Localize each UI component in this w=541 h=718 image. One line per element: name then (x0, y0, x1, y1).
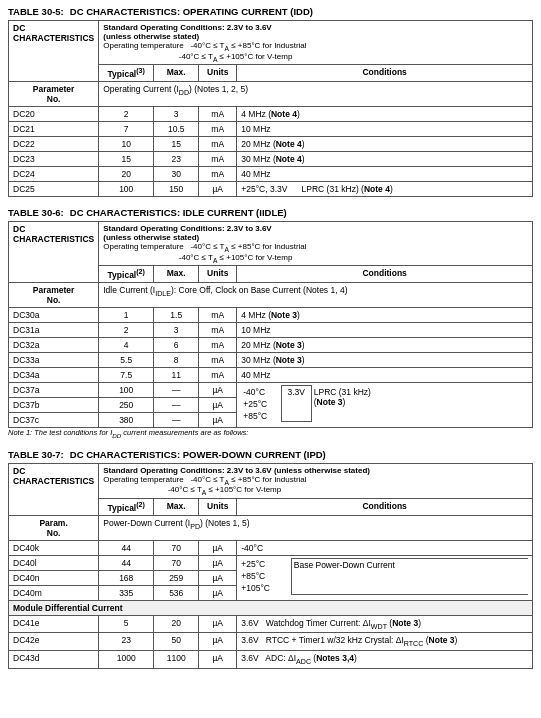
conditions-line1-7: Operating temperature -40°C ≤ TA ≤ +85°C… (103, 475, 528, 486)
col-param-5: ParameterNo. (9, 82, 99, 107)
section-row-7b: Module Differential Current (9, 600, 533, 615)
col-max-6: Max. (154, 266, 199, 283)
dc-char-header-5: DC CHARACTERISTICS (9, 21, 99, 82)
cond-dc20: 4 MHz (Note 4) (237, 107, 533, 122)
table-row: DC40k 44 70 µA -40°C (9, 540, 533, 555)
cond-dc34a: 40 MHz (237, 368, 533, 383)
table-30-7-num: TABLE 30-7: (8, 449, 64, 460)
table-row: DC20 2 3 mA 4 MHz (Note 4) (9, 107, 533, 122)
typical-dc42e: 23 (99, 633, 154, 651)
table-row: DC37a 100 — µA -40°C 3.3V LPRC (31 kHz)(… (9, 383, 533, 398)
section-row-7a: Power-Down Current (IPD) (Notes 1, 5) (99, 515, 533, 540)
typical-dc21: 7 (99, 122, 154, 137)
max-dc22: 15 (154, 137, 199, 152)
inner-table-dc37: -40°C 3.3V LPRC (31 kHz)(Note 3) +25°C +… (241, 385, 528, 422)
typical-dc34a: 7.5 (99, 368, 154, 383)
cond-dc31a: 10 MHz (237, 323, 533, 338)
param-dc34a: DC34a (9, 368, 99, 383)
conditions-bold-7: Standard Operating Conditions: 2.3V to 3… (103, 466, 528, 475)
max-dc25: 150 (154, 182, 199, 197)
typical-dc24: 20 (99, 167, 154, 182)
units-dc33a: mA (199, 353, 237, 368)
typical-dc30a: 1 (99, 308, 154, 323)
table-row: DC31a 2 3 mA 10 MHz (9, 323, 533, 338)
units-dc43d: µA (199, 650, 237, 668)
max-dc24: 30 (154, 167, 199, 182)
table-row: DC30a 1 1.5 mA 4 MHz (Note 3) (9, 308, 533, 323)
units-dc32a: mA (199, 338, 237, 353)
table-row: DC23 15 23 mA 30 MHz (Note 4) (9, 152, 533, 167)
param-dc40n: DC40n (9, 570, 99, 585)
conditions-header-7: Standard Operating Conditions: 2.3V to 3… (99, 463, 533, 498)
col-conditions-5: Conditions (237, 65, 533, 82)
table-row: DC40l 44 70 µA +25°C Base Power-Down Cur… (9, 555, 533, 570)
conditions-line2-6: -40°C ≤ TA ≤ +105°C for V-temp (103, 253, 528, 264)
typical-dc22: 10 (99, 137, 154, 152)
cond-dc33a: 30 MHz (Note 3) (237, 353, 533, 368)
param-dc21: DC21 (9, 122, 99, 137)
conditions-line2-7: -40°C ≤ TA ≤ +105°C for V-temp (103, 485, 528, 496)
max-dc37c: — (154, 413, 199, 428)
max-dc37b: — (154, 398, 199, 413)
param-dc40l: DC40l (9, 555, 99, 570)
param-dc32a: DC32a (9, 338, 99, 353)
max-dc33a: 8 (154, 353, 199, 368)
table-30-6-section: TABLE 30-6: DC CHARACTERISTICS: IDLE CUR… (8, 207, 533, 439)
table-row: DC43d 1000 1100 µA 3.6V ADC: ΔIADC (Note… (9, 650, 533, 668)
inner-dc40m-temp: +105°C (241, 582, 291, 594)
param-dc37b: DC37b (9, 398, 99, 413)
col-typical-6: Typical(2) (99, 266, 154, 283)
table-30-6-num: TABLE 30-6: (8, 207, 64, 218)
typical-dc40n: 168 (99, 570, 154, 585)
units-dc20: mA (199, 107, 237, 122)
inner-td-dc37-note: LPRC (31 kHz)(Note 3) (311, 386, 528, 422)
table-30-7: DC CHARACTERISTICS Standard Operating Co… (8, 463, 533, 669)
units-dc21: mA (199, 122, 237, 137)
table-30-7-desc: DC CHARACTERISTICS: POWER-DOWN CURRENT (… (70, 449, 326, 460)
inner-td-dc37a-1: -40°C (241, 386, 281, 398)
typical-dc23: 15 (99, 152, 154, 167)
dc-char-header-7: DC CHARACTERISTICS (9, 463, 99, 515)
cond-dc21: 10 MHz (237, 122, 533, 137)
table-row: DC33a 5.5 8 mA 30 MHz (Note 3) (9, 353, 533, 368)
section-row-6: Idle Current (IIDLE): Core Off, Clock on… (99, 283, 533, 308)
max-dc41e: 20 (154, 615, 199, 633)
inner-dc40n-temp: +85°C (241, 570, 291, 582)
typical-dc37b: 250 (99, 398, 154, 413)
typical-dc43d: 1000 (99, 650, 154, 668)
table-row: DC22 10 15 mA 20 MHz (Note 4) (9, 137, 533, 152)
max-dc40l: 70 (154, 555, 199, 570)
col-param-6: ParameterNo. (9, 283, 99, 308)
max-dc34a: 11 (154, 368, 199, 383)
param-dc33a: DC33a (9, 353, 99, 368)
table-30-6-title: TABLE 30-6: DC CHARACTERISTICS: IDLE CUR… (8, 207, 533, 218)
typical-dc32a: 4 (99, 338, 154, 353)
max-dc40k: 70 (154, 540, 199, 555)
conditions-line1-5: Operating temperature -40°C ≤ TA ≤ +85°C… (103, 41, 528, 52)
units-dc34a: mA (199, 368, 237, 383)
units-dc40l: µA (199, 555, 237, 570)
table-row: DC24 20 30 mA 40 MHz (9, 167, 533, 182)
max-dc40n: 259 (154, 570, 199, 585)
col-units-6: Units (199, 266, 237, 283)
conditions-header-5: Standard Operating Conditions: 2.3V to 3… (99, 21, 533, 65)
typical-dc20: 2 (99, 107, 154, 122)
max-dc30a: 1.5 (154, 308, 199, 323)
inner-dc40l-temp: +25°C (241, 558, 291, 570)
units-dc25: µA (199, 182, 237, 197)
cond-dc40k: -40°C (237, 540, 533, 555)
table-30-5-title: TABLE 30-5: DC CHARACTERISTICS: OPERATIN… (8, 6, 533, 17)
param-dc42e: DC42e (9, 633, 99, 651)
cond-dc40l: +25°C Base Power-Down Current +85°C +105… (237, 555, 533, 600)
cond-dc24: 40 MHz (237, 167, 533, 182)
conditions-bold-6: Standard Operating Conditions: 2.3V to 3… (103, 224, 528, 242)
max-dc21: 10.5 (154, 122, 199, 137)
table-30-5-num: TABLE 30-5: (8, 6, 64, 17)
cond-dc37a: -40°C 3.3V LPRC (31 kHz)(Note 3) +25°C +… (237, 383, 533, 428)
table-row: DC21 7 10.5 mA 10 MHz (9, 122, 533, 137)
cond-dc22: 20 MHz (Note 4) (237, 137, 533, 152)
max-dc37a: — (154, 383, 199, 398)
param-dc37c: DC37c (9, 413, 99, 428)
units-dc42e: µA (199, 633, 237, 651)
typical-dc33a: 5.5 (99, 353, 154, 368)
